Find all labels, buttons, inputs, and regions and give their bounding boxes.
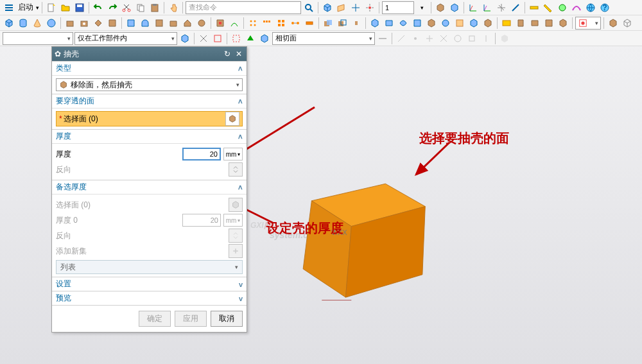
shade-icon[interactable] [607, 17, 620, 30]
sf7-icon[interactable] [453, 17, 466, 30]
reverse-icon[interactable] [229, 162, 243, 177]
snap4-icon[interactable] [437, 32, 450, 45]
cut-icon[interactable] [120, 1, 133, 14]
cancel-button[interactable]: 取消 [211, 311, 243, 327]
section-preview-header[interactable]: 预览v [52, 291, 247, 305]
feat11-icon[interactable] [214, 17, 227, 30]
sf5-icon[interactable] [425, 17, 438, 30]
csys-icon[interactable] [467, 1, 480, 14]
sf3-icon[interactable] [397, 17, 410, 30]
section-pierce-header[interactable]: 要穿透的面ʌ [52, 94, 247, 108]
scope-combo[interactable]: 仅在工作部件内 [74, 32, 177, 45]
sf6-icon[interactable] [439, 17, 452, 30]
number-input[interactable]: 1 [382, 1, 414, 14]
csys2-icon[interactable] [481, 1, 494, 14]
list-button[interactable]: 列表 [56, 260, 243, 274]
section-alt-header[interactable]: 备选厚度ʌ [52, 180, 247, 194]
command-search[interactable]: 查找命令 [186, 1, 301, 14]
new-icon[interactable] [45, 1, 58, 14]
feat3-icon[interactable] [92, 17, 105, 30]
pattern2-icon[interactable] [261, 17, 273, 30]
pattern3-icon[interactable] [275, 17, 288, 30]
line-icon[interactable] [509, 1, 522, 14]
apply-button[interactable]: 应用 [175, 311, 207, 327]
ok-button[interactable]: 确定 [139, 311, 171, 327]
snap8-icon[interactable] [498, 32, 511, 45]
op4-icon[interactable] [542, 17, 555, 30]
filter3-icon[interactable] [211, 32, 224, 45]
pattern4-icon[interactable] [289, 17, 302, 30]
pattern1-icon[interactable] [247, 17, 259, 30]
pattern5-icon[interactable] [303, 17, 316, 30]
feat1-icon[interactable] [64, 17, 76, 30]
facemode-combo[interactable]: 相切面 [272, 32, 375, 45]
op3-icon[interactable] [528, 17, 541, 30]
op1-icon[interactable] [500, 17, 513, 30]
bool1-icon[interactable] [322, 17, 334, 30]
snap2-icon[interactable] [409, 32, 422, 45]
empty-combo[interactable] [3, 32, 73, 45]
feat8-icon[interactable] [167, 17, 180, 30]
render-combo[interactable] [575, 17, 601, 30]
search-go-icon[interactable] [302, 1, 315, 14]
feat9-icon[interactable] [181, 17, 194, 30]
dialog-titlebar[interactable]: ✿ 抽壳 ↻ ✕ [52, 47, 247, 61]
wire-icon[interactable] [621, 17, 634, 30]
plane-icon[interactable] [335, 1, 348, 14]
snap1-icon[interactable] [395, 32, 408, 45]
section-type-header[interactable]: 类型ʌ [52, 61, 247, 75]
dd-icon[interactable]: ▾ [415, 1, 428, 14]
measure1-icon[interactable] [528, 1, 541, 14]
primitive-cyl-icon[interactable] [17, 17, 30, 30]
face-picker-icon[interactable] [225, 112, 239, 126]
save-icon[interactable] [73, 1, 86, 14]
sf1-icon[interactable] [369, 17, 381, 30]
csys3-icon[interactable] [495, 1, 508, 14]
sf9-icon[interactable] [482, 17, 494, 30]
snap6-icon[interactable] [465, 32, 478, 45]
section-settings-header[interactable]: 设置v [52, 277, 247, 291]
undo-icon[interactable] [92, 1, 105, 14]
browser-icon[interactable] [584, 1, 597, 14]
bool2-icon[interactable] [336, 17, 349, 30]
sf8-icon[interactable] [467, 17, 480, 30]
open-icon[interactable] [59, 1, 72, 14]
box-icon[interactable] [321, 1, 334, 14]
type-combo[interactable]: 移除面，然后抽壳 [56, 78, 243, 91]
selmode3-icon[interactable] [258, 32, 271, 45]
paste-icon[interactable] [148, 1, 161, 14]
thickness-unit[interactable]: mm [223, 148, 243, 160]
reset-icon[interactable]: ↻ [222, 49, 232, 59]
feat7-icon[interactable] [153, 17, 166, 30]
touch-icon[interactable] [167, 1, 180, 14]
curve-icon[interactable] [570, 1, 583, 14]
op5-icon[interactable] [557, 17, 569, 30]
axis-icon[interactable] [349, 1, 362, 14]
sf4-icon[interactable] [411, 17, 424, 30]
bool3-icon[interactable] [350, 17, 363, 30]
measure2-icon[interactable] [542, 1, 555, 14]
selmode2-icon[interactable] [244, 32, 257, 45]
sf2-icon[interactable] [383, 17, 395, 30]
filter1-icon[interactable] [178, 32, 191, 45]
selmode4-icon[interactable] [376, 32, 389, 45]
thickness-input[interactable] [182, 148, 221, 160]
copy-icon[interactable] [134, 1, 147, 14]
feat4-icon[interactable] [106, 17, 119, 30]
primitive-box-icon[interactable] [3, 17, 15, 30]
feat10-icon[interactable] [195, 17, 208, 30]
selmode1-icon[interactable] [230, 32, 243, 45]
close-icon[interactable]: ✕ [234, 49, 244, 59]
feat6-icon[interactable] [139, 17, 152, 30]
feat12-icon[interactable] [228, 17, 241, 30]
op2-icon[interactable] [514, 17, 527, 30]
primitive-cone-icon[interactable] [31, 17, 44, 30]
snap7-icon[interactable] [480, 32, 492, 45]
help-icon[interactable]: ? [598, 1, 611, 14]
filter2-icon[interactable] [197, 32, 210, 45]
analysis-icon[interactable] [556, 1, 569, 14]
select-face-row[interactable]: * 选择面 (0) [56, 111, 243, 126]
snap3-icon[interactable] [423, 32, 436, 45]
feat2-icon[interactable] [78, 17, 91, 30]
redo-icon[interactable] [106, 1, 119, 14]
